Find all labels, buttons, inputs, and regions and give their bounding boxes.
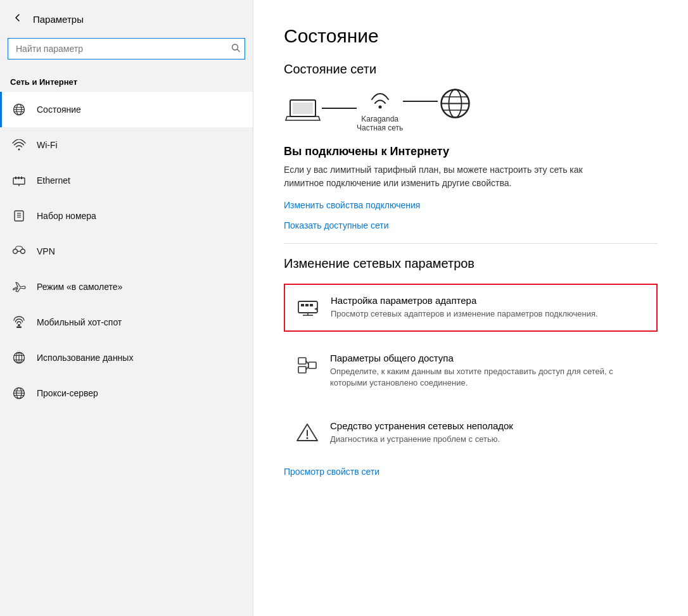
svg-rect-36 [301, 304, 304, 306]
sidebar-item-data[interactable]: Использование данных [0, 340, 253, 375]
sidebar-item-proxy[interactable]: Прокси-сервер [0, 375, 253, 411]
network-name: Karaganda [357, 115, 403, 123]
section-label: Сеть и Интернет [0, 72, 253, 92]
airplane-icon [10, 278, 28, 296]
sidebar-item-label-vpn: VPN [37, 246, 55, 256]
svg-rect-41 [298, 358, 306, 364]
svg-point-31 [378, 106, 381, 109]
svg-rect-42 [298, 367, 306, 373]
sidebar-item-label-proxy: Прокси-сервер [37, 388, 98, 398]
page-title: Состояние [284, 25, 658, 47]
network-status-heading: Состояние сети [284, 62, 658, 77]
change-link[interactable]: Изменить свойства подключения [284, 200, 658, 210]
sidebar-item-status[interactable]: Состояние [0, 92, 253, 127]
adapter-settings-card[interactable]: Настройка параметров адаптера Просмотр с… [284, 284, 658, 332]
sidebar-title: Параметры [33, 14, 84, 25]
svg-rect-37 [305, 304, 309, 306]
sidebar-item-hotspot[interactable]: Мобильный хот-спот [0, 305, 253, 340]
network-properties-link[interactable]: Просмотр свойств сети [284, 467, 658, 477]
wifi-icon [10, 136, 28, 154]
sidebar-item-dialup[interactable]: Набор номера [0, 198, 253, 234]
svg-point-20 [18, 324, 20, 327]
network-diagram: Karaganda Частная сеть [284, 89, 658, 132]
sharing-card-title: Параметры общего доступа [330, 353, 647, 363]
sharing-settings-card[interactable]: Параметры общего доступа Определите, к к… [284, 342, 658, 399]
ethernet-icon [10, 172, 28, 189]
troubleshoot-card-title: Средство устранения сетевых неполадок [330, 420, 647, 431]
laptop-icon [284, 95, 322, 127]
main-content: Состояние Состояние сети Karaganda Частн… [253, 0, 688, 616]
sidebar-item-label-wifi: Wi-Fi [37, 140, 58, 150]
data-icon [10, 349, 28, 367]
svg-rect-13 [15, 211, 23, 221]
svg-rect-21 [16, 327, 22, 329]
back-button[interactable] [10, 10, 25, 28]
connected-desc: Если у вас лимитный тарифный план, вы мо… [284, 163, 601, 190]
sidebar-item-wifi[interactable]: Wi-Fi [0, 127, 253, 163]
sidebar-item-airplane[interactable]: Режим «в самолете» [0, 269, 253, 305]
troubleshoot-card-content: Средство устранения сетевых неполадок Ди… [330, 420, 647, 445]
sidebar-item-label-ethernet: Ethernet [37, 175, 70, 185]
troubleshoot-icon [295, 420, 320, 446]
divider [284, 243, 658, 244]
sidebar-item-label-dialup: Набор номера [37, 211, 96, 221]
sidebar-item-vpn[interactable]: VPN [0, 234, 253, 269]
troubleshoot-card[interactable]: Средство устранения сетевых неполадок Ди… [284, 410, 658, 456]
svg-rect-30 [293, 103, 313, 114]
sidebar-item-label-data: Использование данных [37, 353, 133, 363]
network-type: Частная сеть [357, 123, 403, 132]
dialup-icon [10, 207, 28, 225]
svg-rect-9 [15, 177, 16, 179]
hotspot-icon [10, 313, 28, 331]
search-icon [231, 44, 240, 54]
sharing-card-content: Параметры общего доступа Определите, к к… [330, 353, 647, 389]
adapter-icon [295, 295, 321, 320]
wifi-router-icon [364, 82, 396, 113]
svg-point-17 [13, 249, 18, 254]
sharing-card-desc: Определите, к каким данным вы хотите пре… [330, 366, 647, 389]
adapter-card-desc: Просмотр сетевых адаптеров и изменение п… [331, 308, 646, 320]
sidebar-item-ethernet[interactable]: Ethernet [0, 163, 253, 198]
search-input[interactable] [8, 38, 245, 60]
svg-rect-35 [298, 301, 317, 313]
adapter-card-title: Настройка параметров адаптера [331, 295, 646, 306]
show-networks-link[interactable]: Показать доступные сети [284, 220, 658, 230]
globe-icon [10, 101, 28, 118]
change-settings-heading: Изменение сетевых параметров [284, 256, 658, 271]
sidebar: Параметры Сеть и Интернет Состояние [0, 0, 253, 616]
connected-heading: Вы подключены к Интернету [284, 145, 658, 158]
svg-rect-11 [21, 177, 22, 179]
svg-rect-43 [309, 362, 316, 368]
search-box [8, 38, 245, 60]
svg-point-47 [307, 437, 309, 439]
sidebar-item-label-status: Состояние [37, 104, 81, 115]
svg-rect-38 [310, 304, 313, 306]
globe-network-icon [438, 86, 473, 121]
sharing-icon [295, 353, 320, 378]
proxy-icon [10, 384, 28, 402]
svg-rect-10 [18, 177, 20, 179]
svg-point-7 [18, 149, 20, 151]
adapter-card-content: Настройка параметров адаптера Просмотр с… [331, 295, 646, 320]
svg-point-18 [21, 249, 25, 254]
sidebar-item-label-hotspot: Мобильный хот-спот [37, 317, 122, 327]
svg-line-1 [238, 49, 240, 52]
troubleshoot-card-desc: Диагностика и устранение проблем с сетью… [330, 434, 647, 445]
sidebar-header: Параметры [0, 0, 253, 35]
vpn-icon [10, 242, 28, 260]
sidebar-item-label-airplane: Режим «в самолете» [37, 282, 122, 292]
